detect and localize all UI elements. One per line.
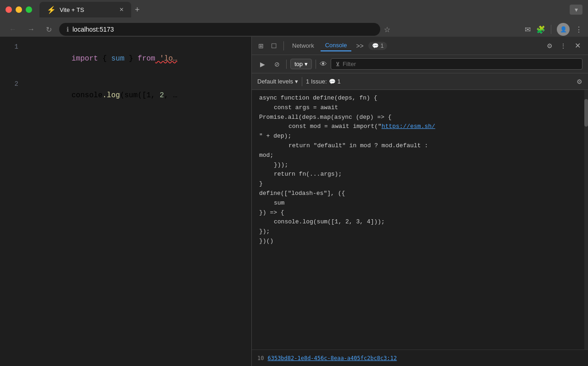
keyword-from: from: [138, 55, 155, 63]
method-log: .log: [102, 91, 120, 100]
devtools-inspect-button[interactable]: ⊞: [255, 40, 266, 51]
more-icon: ⋮: [560, 42, 566, 50]
devtools-more-button[interactable]: ⋮: [557, 40, 569, 51]
back-button[interactable]: ←: [6, 23, 20, 35]
devtools-toolbar: ⊞ ☐ Network Console >> 💬 1 ⚙: [252, 37, 588, 55]
code-editor-lines: 1 import { sum } from 'lo… 2 console.log…: [0, 37, 251, 118]
code-line-close-define: }) => {: [259, 209, 284, 216]
nav-right: ✉ 🧩 👤 ⋮: [525, 23, 582, 36]
console-block-button[interactable]: ⊘: [272, 59, 283, 70]
tab-close-button[interactable]: ✕: [119, 6, 124, 13]
traffic-lights: [6, 6, 32, 13]
tab-console-label: Console: [325, 42, 347, 49]
avatar-image: 👤: [560, 26, 567, 33]
keyword-import: import: [72, 55, 98, 63]
code-line-promise: Promise.all(deps.map(async (dep) => {: [259, 114, 392, 121]
levels-arrow-icon: ▾: [295, 78, 298, 85]
nav-divider: [551, 25, 551, 34]
devtools-close-button[interactable]: ✕: [571, 39, 584, 52]
num-2: 2: [160, 91, 164, 100]
code-line-console-log: console.log(sum([1, 2, 3, 4]));: [259, 217, 581, 227]
extensions-button[interactable]: 🧩: [536, 25, 545, 34]
close-window-button[interactable]: [6, 6, 12, 13]
console-sidebar-button[interactable]: ▶: [257, 59, 268, 70]
new-tab-button[interactable]: +: [135, 5, 140, 15]
tab-bar: ⚡ Vite + TS ✕ +: [39, 2, 570, 17]
tab-more-button[interactable]: >>: [353, 40, 366, 51]
console-separator-2: [316, 60, 316, 69]
default-levels-button[interactable]: Default levels ▾: [257, 78, 298, 85]
issue-badge: 💬 1: [368, 42, 388, 50]
eye-button[interactable]: 👁: [320, 60, 327, 68]
close-icon: ✕: [575, 42, 581, 50]
maximize-window-button[interactable]: [26, 6, 32, 13]
devtools-right-controls: ⚙ ⋮ ✕: [544, 39, 584, 52]
filter-input[interactable]: [343, 61, 577, 67]
issues-count: 1: [338, 78, 341, 85]
console-toolbar: ▶ ⊘ top ▾ 👁 ⊻: [252, 55, 588, 73]
code-line-2: 2 console.log(sum([1, 2, …: [0, 78, 251, 115]
code-line-mod: mod;: [259, 152, 273, 159]
browser-tab-active[interactable]: ⚡ Vite + TS ✕: [39, 2, 131, 17]
filter-bar[interactable]: ⊻: [331, 58, 582, 70]
tab-network[interactable]: Network: [288, 40, 319, 51]
mail-button[interactable]: ✉: [525, 25, 531, 34]
address-bar[interactable]: ℹ localhost:5173: [59, 23, 380, 36]
toolbar-separator: [283, 41, 284, 50]
levels-bar: Default levels ▾ 1 Issue: 💬 1 ⚙: [252, 73, 588, 90]
line-number-1: 1: [0, 42, 28, 52]
console-code-block: async function define(deps, fn) { const …: [252, 94, 588, 246]
scrollbar-thumb[interactable]: [584, 99, 588, 127]
avatar[interactable]: 👤: [557, 23, 570, 36]
code-line-return-default: return "default" in mod ? mod.default :: [259, 141, 581, 151]
code-content-2: console.log(sum([1, 2, …: [28, 78, 251, 114]
code-line-close-arrow: });: [259, 228, 270, 235]
identifier-sum: sum: [111, 55, 124, 63]
devtools-device-button[interactable]: ☐: [268, 40, 280, 51]
line-number-2: 2: [0, 79, 28, 89]
issue-icon: 💬: [372, 43, 379, 49]
levels-separator: [302, 77, 302, 86]
default-levels-label: Default levels: [257, 78, 293, 85]
settings-icon: ⚙: [547, 42, 553, 50]
site-info-icon[interactable]: ℹ: [67, 26, 69, 33]
issues-settings-button[interactable]: ⚙: [577, 78, 582, 85]
scrollbar-track[interactable]: [584, 90, 588, 349]
device-icon: ☐: [271, 42, 277, 50]
filter-icon: ⊻: [336, 61, 340, 67]
code-line-1: 1 import { sum } from 'lo…: [0, 40, 251, 78]
bookmark-button[interactable]: ☆: [384, 25, 390, 34]
context-selector[interactable]: top ▾: [290, 59, 312, 69]
devtools-settings-button[interactable]: ⚙: [544, 40, 555, 51]
more-button[interactable]: ⋮: [575, 25, 582, 34]
inspect-icon: ⊞: [258, 42, 264, 50]
tab-title: Vite + TS: [60, 6, 116, 13]
esm-link[interactable]: https://esm.sh/: [382, 123, 435, 130]
console-separator: [286, 60, 287, 69]
devtools-panel: ⊞ ☐ Network Console >> 💬 1 ⚙: [251, 37, 588, 366]
forward-button[interactable]: →: [24, 23, 39, 35]
code-line-async: async function define(deps, fn) {: [259, 94, 377, 101]
title-bar: ⚡ Vite + TS ✕ + ▾: [0, 0, 588, 19]
code-line-return-fn: return fn(...args);: [259, 170, 581, 179]
footer-hash-link[interactable]: 6353bd82-1e8d-456c-8eaa-a405fc2bc8c3:12: [267, 355, 397, 361]
vite-icon: ⚡: [47, 6, 56, 14]
code-line-const-args: const args = await: [259, 103, 581, 113]
reload-button[interactable]: ↻: [42, 23, 55, 36]
tab-dropdown-button[interactable]: ▾: [570, 5, 582, 15]
tab-console[interactable]: Console: [321, 40, 352, 51]
code-line-close-fn: }: [259, 180, 263, 187]
minimize-window-button[interactable]: [16, 6, 22, 13]
sidebar-icon: ▶: [260, 61, 265, 68]
address-text: localhost:5173: [72, 26, 373, 33]
code-content-1: import { sum } from 'lo…: [28, 41, 251, 77]
main-content: 1 import { sum } from 'lo… 2 console.log…: [0, 37, 588, 366]
issues-button[interactable]: 1 Issue: 💬 1: [306, 78, 341, 85]
issue-count: 1: [381, 43, 384, 49]
code-line-dep: " + dep);: [259, 133, 291, 139]
code-line-sum: sum: [259, 199, 581, 208]
console-footer: 10 6353bd82-1e8d-456c-8eaa-a405fc2bc8c3:…: [252, 349, 588, 366]
issues-icon: 💬: [329, 78, 336, 85]
code-editor: 1 import { sum } from 'lo… 2 console.log…: [0, 37, 251, 366]
console-output[interactable]: async function define(deps, fn) { const …: [252, 90, 588, 349]
